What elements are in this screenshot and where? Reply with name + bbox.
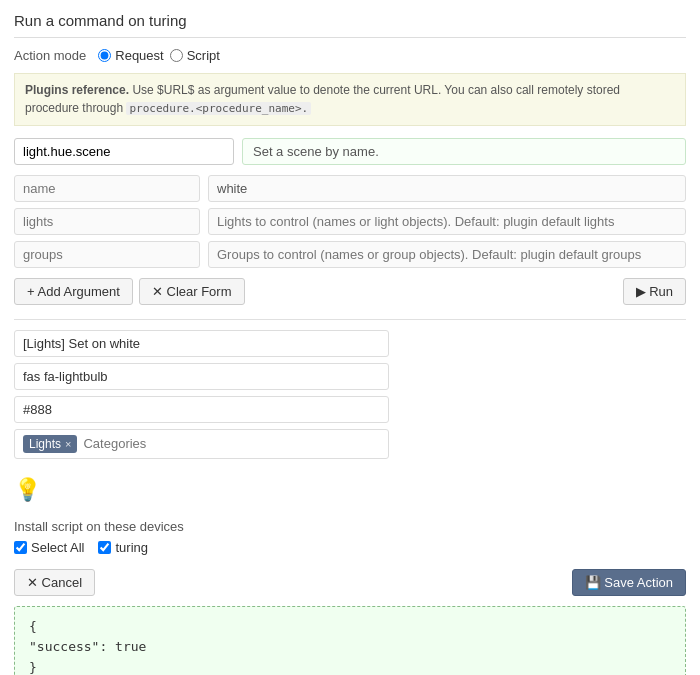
arg-row-lights bbox=[14, 208, 686, 235]
bottom-buttons: ✕ Cancel 💾 Save Action bbox=[14, 569, 686, 596]
result-box: { "success": true } bbox=[14, 606, 686, 676]
save-action-button[interactable]: 💾 Save Action bbox=[572, 569, 686, 596]
arg-value-name[interactable] bbox=[208, 175, 686, 202]
add-argument-button[interactable]: + Add Argument bbox=[14, 278, 133, 305]
tag-lights-label: Lights bbox=[29, 437, 61, 451]
action-name-input[interactable] bbox=[14, 330, 389, 357]
devices-section: Install script on these devices Select A… bbox=[14, 519, 686, 555]
action-mode-label: Action mode bbox=[14, 48, 86, 63]
radio-request-input[interactable] bbox=[98, 49, 111, 62]
run-button[interactable]: ▶ Run bbox=[623, 278, 686, 305]
select-all-label: Select All bbox=[31, 540, 84, 555]
page-title: Run a command on turing bbox=[14, 12, 686, 38]
device-turing-option[interactable]: turing bbox=[98, 540, 148, 555]
radio-script[interactable]: Script bbox=[170, 48, 220, 63]
tag-lights: Lights × bbox=[23, 435, 77, 453]
arg-row-name bbox=[14, 175, 686, 202]
select-all-checkbox[interactable] bbox=[14, 541, 27, 554]
device-turing-label: turing bbox=[115, 540, 148, 555]
result-line1: { bbox=[29, 617, 671, 638]
action-fields: Lights × bbox=[14, 330, 686, 459]
arg-value-groups[interactable] bbox=[208, 241, 686, 268]
icon-preview: 💡 bbox=[14, 473, 686, 507]
cancel-button[interactable]: ✕ Cancel bbox=[14, 569, 95, 596]
page-container: Run a command on turing Action mode Requ… bbox=[0, 0, 700, 675]
device-turing-checkbox[interactable] bbox=[98, 541, 111, 554]
radio-request[interactable]: Request bbox=[98, 48, 163, 63]
left-buttons: + Add Argument ✕ Clear Form bbox=[14, 278, 245, 305]
info-box: Plugins reference. Use $URL$ as argument… bbox=[14, 73, 686, 126]
radio-script-label: Script bbox=[187, 48, 220, 63]
command-input[interactable] bbox=[14, 138, 234, 165]
command-description: Set a scene by name. bbox=[242, 138, 686, 165]
arg-label-lights[interactable] bbox=[14, 208, 200, 235]
tags-row: Lights × bbox=[14, 429, 389, 459]
result-line2: "success": true bbox=[29, 637, 671, 658]
action-mode-row: Action mode Request Script bbox=[14, 48, 686, 63]
plugin-ref-bold: Plugins reference. bbox=[25, 83, 129, 97]
command-row: Set a scene by name. bbox=[14, 138, 686, 165]
radio-script-input[interactable] bbox=[170, 49, 183, 62]
result-line3: } bbox=[29, 658, 671, 675]
arg-label-groups[interactable] bbox=[14, 241, 200, 268]
divider bbox=[14, 319, 686, 320]
args-section bbox=[14, 175, 686, 268]
checkbox-row: Select All turing bbox=[14, 540, 686, 555]
buttons-row: + Add Argument ✕ Clear Form ▶ Run bbox=[14, 278, 686, 305]
arg-value-lights[interactable] bbox=[208, 208, 686, 235]
arg-row-groups bbox=[14, 241, 686, 268]
action-color-input[interactable] bbox=[14, 396, 389, 423]
tag-lights-close[interactable]: × bbox=[65, 438, 71, 450]
devices-label: Install script on these devices bbox=[14, 519, 686, 534]
categories-input[interactable] bbox=[83, 436, 380, 451]
clear-form-button[interactable]: ✕ Clear Form bbox=[139, 278, 245, 305]
bulb-icon: 💡 bbox=[14, 477, 41, 502]
info-code: procedure.<procedure_name>. bbox=[126, 102, 311, 115]
arg-label-name[interactable] bbox=[14, 175, 200, 202]
radio-request-label: Request bbox=[115, 48, 163, 63]
select-all-option[interactable]: Select All bbox=[14, 540, 84, 555]
action-icon-input[interactable] bbox=[14, 363, 389, 390]
